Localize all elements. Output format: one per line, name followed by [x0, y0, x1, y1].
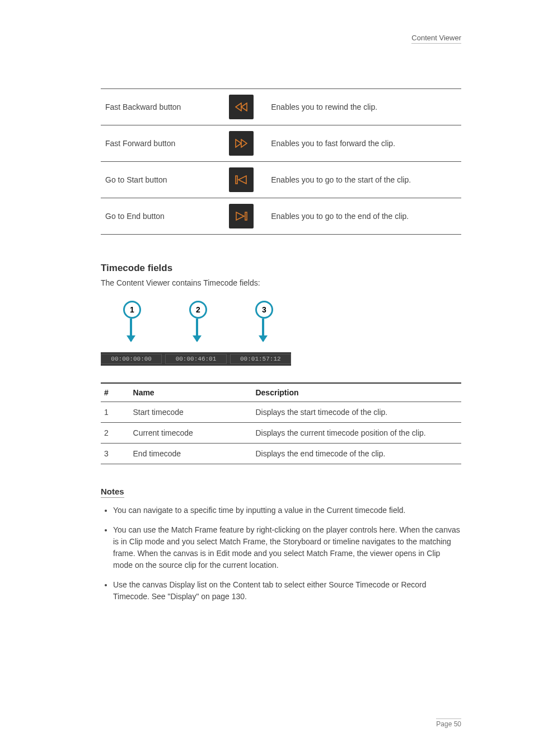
end-timecode-field[interactable]: 00:01:57:12	[230, 354, 291, 364]
table-row: 3 End timecode Displays the end timecode…	[101, 444, 461, 464]
table-header: #	[101, 383, 130, 402]
timecode-heading: Timecode fields	[101, 263, 461, 274]
svg-marker-2	[236, 139, 241, 147]
svg-marker-0	[241, 103, 247, 111]
svg-marker-3	[241, 139, 247, 147]
callout-number: 1	[123, 301, 141, 319]
table-row: 2 Current timecode Displays the current …	[101, 423, 461, 444]
start-timecode-field[interactable]: 00:00:00:00	[101, 354, 162, 364]
page-footer: Page 50	[436, 718, 461, 728]
note-item: You can navigate to a specific time by i…	[113, 505, 461, 516]
button-desc: Enables you to go to the end of the clip…	[266, 198, 461, 235]
svg-marker-1	[236, 103, 241, 111]
table-cell: Displays the start timecode of the clip.	[252, 402, 461, 423]
table-cell: 1	[101, 402, 130, 423]
table-header: Name	[130, 383, 252, 402]
button-label: Go to End button	[101, 198, 216, 235]
note-item: You can use the Match Frame feature by r…	[113, 524, 461, 571]
table-cell: 3	[101, 444, 130, 464]
timecode-figure: 1 2 3 00:00:00:00 00:00:46:01 00:01:57:1…	[101, 301, 291, 366]
table-cell: Start timecode	[130, 402, 252, 423]
timecode-description-table: # Name Description 1 Start timecode Disp…	[101, 382, 461, 464]
callout-number: 3	[255, 301, 273, 319]
table-cell: Displays the current timecode position o…	[252, 423, 461, 444]
go-to-start-icon	[229, 167, 254, 192]
svg-rect-7	[245, 212, 247, 220]
button-label: Fast Forward button	[101, 125, 216, 162]
button-desc: Enables you to go to the start of the cl…	[266, 162, 461, 198]
table-cell: Displays the end timecode of the clip.	[252, 444, 461, 464]
timecode-intro: The Content Viewer contains Timecode fie…	[101, 278, 461, 287]
button-label: Fast Backward button	[101, 89, 216, 125]
button-label: Go to Start button	[101, 162, 216, 198]
table-row: 1 Start timecode Displays the start time…	[101, 402, 461, 423]
go-to-end-icon	[229, 204, 254, 228]
note-item: Use the canvas Display list on the Conte…	[113, 579, 461, 603]
table-cell: 2	[101, 423, 130, 444]
fast-forward-icon	[229, 131, 254, 156]
svg-marker-6	[236, 212, 244, 220]
svg-rect-4	[236, 176, 237, 184]
player-buttons-table: Fast Backward button Enables you to rewi…	[101, 88, 461, 235]
button-desc: Enables you to fast forward the clip.	[266, 125, 461, 162]
callout-number: 2	[189, 301, 207, 319]
table-header: Description	[252, 383, 461, 402]
current-timecode-field[interactable]: 00:00:46:01	[165, 354, 226, 364]
svg-marker-5	[238, 176, 246, 184]
notes-heading: Notes	[101, 487, 124, 498]
notes-list: You can navigate to a specific time by i…	[101, 505, 461, 603]
table-cell: End timecode	[130, 444, 252, 464]
button-desc: Enables you to rewind the clip.	[266, 89, 461, 125]
page-header: Content Viewer	[411, 34, 461, 44]
table-cell: Current timecode	[130, 423, 252, 444]
fast-backward-icon	[229, 95, 254, 119]
